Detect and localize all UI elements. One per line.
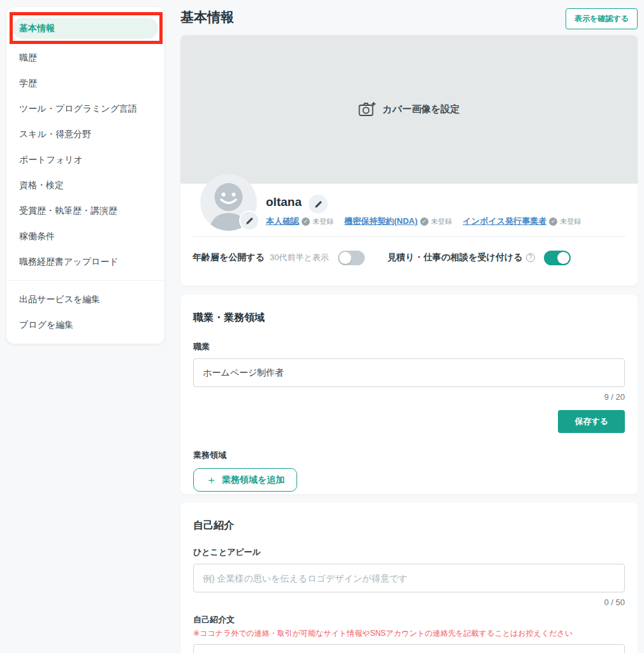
occupation-char-counter: 9 / 20: [193, 392, 625, 402]
appeal-char-counter: 0 / 50: [193, 598, 625, 607]
age-public-toggle[interactable]: [338, 251, 365, 265]
verification-status: 未登録: [560, 217, 581, 226]
verification-status: 未登録: [431, 217, 452, 226]
username: oltana: [266, 195, 302, 209]
check-icon: ✓: [420, 217, 428, 226]
sidebar-item-certifications[interactable]: 資格・検定: [6, 172, 165, 198]
appeal-label: ひとことアピール: [193, 547, 625, 558]
cover-image-upload-area[interactable]: カバー画像を設定: [180, 35, 638, 184]
profile-toggles-row: 年齢層を公開する 30代前半と表示 見積り・仕事の相談を受け付ける ?: [193, 247, 571, 268]
help-icon[interactable]: ?: [526, 253, 535, 262]
basic-info-card: カバー画像を設定 oltana: [180, 35, 638, 286]
profile-edit-sidebar: 基本情報 職歴 学歴 ツール・プログラミング言語 スキル・得意分野 ポートフォリ…: [6, 7, 165, 344]
consult-toggle-label: 見積り・仕事の相談を受け付ける: [388, 252, 523, 263]
age-toggle-note: 30代前半と表示: [270, 252, 329, 263]
sidebar-item-skills[interactable]: スキル・得意分野: [6, 121, 165, 147]
invoice-verification: インボイス発行事業者 ✓ 未登録: [463, 216, 582, 227]
verification-row: 本人確認 ✓ 未登録 機密保持契約(NDA) ✓ 未登録 インボイス発行事業者 …: [266, 216, 581, 227]
nda-link[interactable]: 機密保持契約(NDA): [344, 216, 418, 227]
camera-plus-icon: [358, 101, 376, 117]
add-business-domain-button[interactable]: ＋ 業務領域を追加: [193, 468, 297, 492]
accept-consultation-toggle[interactable]: [544, 251, 571, 265]
sidebar-item-basic-info[interactable]: 基本情報: [13, 18, 158, 39]
sidebar-item-portfolio[interactable]: ポートフォリオ: [6, 147, 165, 172]
business-domain-label: 業務領域: [193, 450, 625, 461]
occupation-card: 職業・業務領域 職業 9 / 20 保存する 業務領域 ＋ 業務領域を追加: [180, 295, 638, 494]
sidebar-item-edit-blog[interactable]: ブログを編集: [6, 312, 165, 337]
occupation-section-title: 職業・業務領域: [193, 295, 625, 325]
self-introduction-card: 自己紹介 ひとことアピール 0 / 50 自己紹介文 ※ココナラ外での連絡・取引…: [180, 503, 638, 653]
appeal-input[interactable]: [193, 564, 625, 592]
sidebar-item-availability[interactable]: 稼働条件: [6, 223, 165, 249]
add-domain-label: 業務領域を追加: [222, 474, 284, 486]
nda-verification: 機密保持契約(NDA) ✓ 未登録: [344, 216, 452, 227]
pencil-icon: [245, 217, 254, 225]
pencil-icon: [314, 200, 323, 209]
save-button[interactable]: 保存する: [558, 410, 625, 433]
avatar: [200, 174, 257, 231]
sidebar-divider: [6, 280, 165, 281]
bio-label: 自己紹介文: [193, 614, 625, 626]
occupation-label: 職業: [193, 341, 625, 353]
edit-avatar-button[interactable]: [240, 212, 258, 230]
check-icon: ✓: [549, 217, 557, 226]
sidebar-item-tools-languages[interactable]: ツール・プログラミング言語: [6, 96, 165, 121]
sidebar-item-awards[interactable]: 受賞歴・執筆歴・講演歴: [6, 198, 165, 223]
plus-icon: ＋: [206, 473, 217, 487]
check-icon: ✓: [302, 217, 310, 226]
sidebar-item-work-history[interactable]: 職歴: [6, 45, 165, 70]
preview-profile-button[interactable]: 表示を確認する: [566, 8, 638, 29]
bio-warning-note: ※ココナラ外での連絡・取引が可能なサイト情報やSNSアカウントの連絡先を記載する…: [193, 628, 625, 639]
sidebar-item-resume-upload[interactable]: 職務経歴書アップロード: [6, 249, 165, 274]
card-divider: [193, 236, 626, 237]
invoice-issuer-link[interactable]: インボイス発行事業者: [463, 216, 547, 227]
intro-section-title: 自己紹介: [193, 503, 625, 532]
bio-textarea[interactable]: [193, 644, 625, 653]
cover-upload-label: カバー画像を設定: [383, 103, 460, 115]
edit-username-button[interactable]: [309, 194, 328, 214]
identity-verification: 本人確認 ✓ 未登録: [266, 216, 333, 227]
occupation-input[interactable]: [193, 358, 625, 387]
sidebar-item-education[interactable]: 学歴: [6, 70, 165, 96]
identity-verification-link[interactable]: 本人確認: [266, 216, 299, 227]
sidebar-item-edit-services[interactable]: 出品サービスを編集: [6, 286, 165, 312]
page-title: 基本情報: [180, 8, 234, 26]
verification-status: 未登録: [312, 217, 333, 226]
age-toggle-label: 年齢層を公開する: [193, 252, 265, 263]
